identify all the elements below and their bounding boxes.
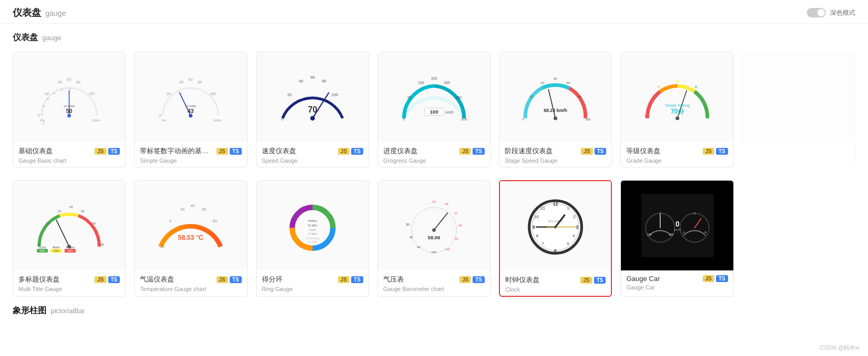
svg-text:8: 8 (536, 233, 539, 238)
row1-grid: 0 20 40 60 80 100 SCORE 50 0% 100% (13, 52, 855, 167)
card-badges: JS TS (95, 276, 120, 283)
svg-point-139 (554, 226, 557, 228)
card-name-en: Gauge Basic chart (18, 157, 120, 164)
badge-js: JS (216, 148, 228, 155)
badge-js: JS (216, 276, 228, 283)
svg-text:100: 100 (647, 233, 652, 236)
card-badges: JS TS (95, 148, 120, 155)
card-gauge-basic[interactable]: 0 20 40 60 80 100 SCORE 50 0% 100% (13, 52, 126, 167)
card-gauge-progress-info: 进度仪表盘 JS TS Grogress Gauge (378, 142, 490, 167)
gauge-speed-svg: 0 20 40 60 80 100 70 (276, 67, 350, 128)
svg-text:100%: 100% (92, 118, 100, 122)
card-gauge-stage-info: 阶段速度仪表盘 JS TS Stage Speed Gauge (499, 142, 611, 167)
svg-text:C: C (657, 85, 661, 89)
svg-text:100: 100 (210, 92, 216, 96)
card-gauge-simple[interactable]: 0 20 40 60 80 100 SCORE 43 0% 100% (134, 52, 247, 167)
card-placeholder-preview (743, 52, 855, 142)
svg-text:A: A (694, 85, 697, 89)
section2-en: pictorialBar (51, 307, 85, 315)
svg-point-118 (432, 228, 436, 232)
svg-text:9: 9 (533, 224, 535, 230)
card-name-cn: 阶段速度仪表盘 (505, 146, 553, 156)
svg-point-62 (554, 116, 558, 120)
card-name-en: Clock (505, 286, 606, 293)
svg-text:58.06: 58.06 (428, 235, 440, 240)
page-title-area: 仪表盘 gauge (13, 6, 66, 19)
svg-text:40: 40 (191, 203, 195, 207)
svg-text:20: 20 (406, 223, 410, 226)
section1-title: 仪表盘 gauge (13, 32, 855, 43)
svg-text:km/h: km/h (674, 228, 681, 231)
card-badges: JS TS (216, 276, 242, 283)
card-gauge-speed[interactable]: 0 20 40 60 80 100 70 速度仪表盘 JS (256, 52, 369, 167)
toggle-switch[interactable] (807, 8, 826, 17)
card-gauge-clock-preview: 12 3 6 9 1 2 4 5 7 8 10 11 BCHARTS (500, 181, 611, 271)
badge-ts: TS (351, 276, 363, 283)
card-name-en: Ring Gauge (262, 286, 363, 292)
badge-ts: TS (108, 148, 120, 155)
card-name-en: Stage Speed Gauge (505, 157, 606, 164)
svg-line-4 (42, 122, 44, 124)
card-name-cn: 气温仪表盘 (140, 275, 174, 284)
card-name-en: Temperature Gauge chart (140, 286, 241, 292)
svg-text:20: 20 (530, 94, 533, 98)
svg-text:80: 80 (567, 81, 570, 85)
svg-text:250: 250 (456, 96, 462, 99)
svg-text:8: 8 (704, 231, 706, 234)
svg-text:150: 150 (431, 77, 437, 80)
card-name-en: Gauge Barometer chart (383, 286, 485, 292)
card-gauge-temp[interactable]: -20 0 20 40 60 80 58.53 °C 气温仪表盘 JS TS (134, 180, 247, 297)
card-gauge-grade[interactable]: D C B A Grade Rating 70分 等级仪表盘 JS (620, 52, 733, 167)
dark-mode-toggle[interactable]: 深色模式 (807, 8, 855, 17)
svg-text:60: 60 (554, 77, 558, 80)
card-gauge-simple-info: 带标签数字动画的基础... JS TS Simple Gauge (135, 142, 247, 167)
card-placeholder-1[interactable] (742, 52, 855, 167)
gauge-basic-svg: 0 20 40 60 80 100 SCORE 50 0% 100% (32, 68, 106, 126)
svg-text:17.00%: 17.00% (308, 240, 317, 243)
svg-text:Community: Community (306, 237, 319, 240)
card-badges: JS TS (338, 148, 363, 155)
page-title-cn: 仪表盘 (13, 6, 41, 19)
card-gauge-basic-info: 基础仪表盘 JS TS Gauge Basic chart (13, 142, 125, 167)
card-gauge-ring-preview: Perfect 87.99% Good 47.99% Community 17.… (257, 181, 369, 270)
badge-js: JS (95, 276, 106, 283)
badge-js: JS (703, 148, 714, 155)
svg-text:60: 60 (445, 202, 449, 205)
card-gauge-baro-info: 气压表 JS TS Gauge Barometer chart (378, 270, 490, 295)
badge-ts: TS (351, 148, 363, 155)
card-gauge-clock[interactable]: 12 3 6 9 1 2 4 5 7 8 10 11 BCHARTS (499, 180, 612, 297)
card-gauge-speed-info: 速度仪表盘 JS TS Speed Gauge (257, 142, 369, 167)
card-name-cn: 带标签数字动画的基础... (140, 146, 209, 156)
gauge-ring-svg: Perfect 87.99% Good 47.99% Community 17.… (276, 194, 350, 257)
card-gauge-simple-preview: 0 20 40 60 80 100 SCORE 43 0% 100% (135, 52, 247, 142)
card-gauge-grade-preview: D C B A Grade Rating 70分 (621, 52, 733, 142)
main-content: 仪表盘 gauge (0, 24, 868, 325)
svg-text:4: 4 (572, 233, 575, 238)
card-placeholder-info (743, 142, 855, 151)
badge-js: JS (459, 148, 471, 155)
badge-ts: TS (108, 276, 120, 283)
svg-text:60: 60 (67, 78, 71, 81)
svg-text:40: 40 (180, 80, 184, 84)
svg-text:20%: 20% (68, 249, 73, 252)
card-gauge-stage[interactable]: 0 20 40 60 80 80 100 68.23 km/h 阶段速度仪表盘 (499, 52, 612, 167)
svg-text:7: 7 (542, 241, 544, 246)
badge-ts: TS (473, 148, 485, 155)
svg-text:50: 50 (432, 200, 436, 203)
card-gauge-baro[interactable]: 50 60 70 80 90 100 20 30 40 P/P (378, 180, 490, 297)
section1-en: gauge (42, 34, 61, 42)
card-gauge-ring[interactable]: Perfect 87.99% Good 47.99% Community 17.… (256, 180, 369, 297)
svg-text:6: 6 (554, 248, 557, 254)
svg-text:5: 5 (567, 241, 569, 246)
svg-text:50: 50 (66, 108, 72, 114)
svg-text:43: 43 (188, 108, 194, 114)
svg-text:0: 0 (675, 220, 680, 228)
svg-text:0: 0 (281, 117, 284, 121)
card-name-cn: 时钟仪表盘 (505, 275, 540, 285)
card-gauge-progress[interactable]: 0 50 100 150 200 250 300 100 km/h 进度仪表盘 (378, 52, 490, 167)
badge-js: JS (703, 275, 714, 282)
card-name-en: Speed Gauge (262, 157, 363, 164)
svg-text:Perfect: Perfect (308, 219, 317, 222)
card-gauge-car[interactable]: 100 0 100 0 4 8 0 km/h (620, 180, 733, 297)
card-gauge-multi[interactable]: 0 15 25 35 40 50 60 60% 20% 20% (13, 180, 126, 297)
